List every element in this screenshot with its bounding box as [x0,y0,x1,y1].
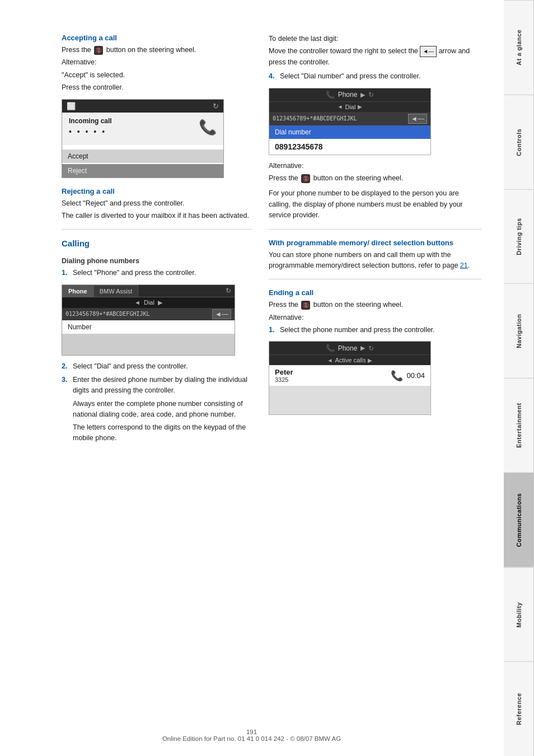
main-content: Accepting a call Press the 📵 button on t… [0,0,504,756]
dial-label: Dial [144,299,154,306]
right-divider2 [269,279,481,279]
sidebar-tab-entertainment[interactable]: Entertainment [504,378,534,473]
ending-step1-num: 1. [269,325,277,335]
acs-header-label: Phone [338,344,358,352]
keypad-text: 0123456789+*#ABCDEFGHIJKL [65,311,210,317]
dial-back-btn[interactable]: ◄— [408,114,427,124]
page-footer: 191 Online Edition for Part no. 01 41 0 … [0,729,503,742]
ending-step1-text: Select the phone number and press the co… [280,325,435,335]
dial-screen-refresh: ↻ [368,91,374,99]
dial-number-value: 08912345678 [269,139,430,155]
acs-sub: ◄ Active calls ▶ [269,354,430,365]
dial-sub-left: ◄ [338,104,343,110]
sidebar-tab-at-a-glance[interactable]: At a glance [504,0,534,95]
incoming-phone-icon: 📞 [199,119,217,136]
delete-tip-block: To delete the last digit: Move the contr… [269,34,481,68]
step3-text: Enter the desired phone number by dialin… [73,376,247,394]
step1-item: 1. Select "Phone" and press the controll… [62,268,252,278]
dial-left-arrow: ◄ [134,299,140,306]
step2-num: 2. [62,361,69,372]
sidebar-tab-mobility[interactable]: Mobility [504,567,534,662]
active-call-screen: 📞 Phone ▶ ↻ ◄ Active calls ▶ Peter 3325 … [269,341,431,415]
dial-right-arrow: ▶ [158,299,162,306]
dial-screen-header: 📞 Phone ▶ ↻ [269,88,430,101]
keypad-back-arrow: ◄— [212,309,231,319]
dial-number-option[interactable]: Dial number [269,125,430,139]
reject-option[interactable]: Reject [62,164,223,178]
calling-title: Calling [62,239,252,248]
phone-display-text: For your phone number to be displayed to… [269,188,481,221]
programmable-text: You can store phone numbers on and call … [269,250,481,272]
accepting-call-title: Accepting a call [62,34,252,42]
acs-phone-icon: 📞 [326,344,335,352]
right-column: To delete the last digit: Move the contr… [269,34,481,734]
caller-name: Peter [275,368,293,376]
accepting-alternative-label: Alternative: [62,57,252,68]
number-row: Number [62,320,235,334]
screen-refresh-icon: ↻ [226,287,231,295]
footer-text: Online Edition for Part no. 01 41 0 014 … [162,735,341,742]
active-call-row: Peter 3325 📞 00:04 [269,365,430,386]
delete-tip-text: Move the controller toward the right to … [269,46,481,68]
step4-num: 4. [269,71,277,82]
call-duration: 00:04 [406,371,425,380]
rejecting-text2: The caller is diverted to your mailbox i… [62,211,252,221]
bmw-assist-tab[interactable]: BMW Assist [93,285,139,297]
number-empty-area [62,334,235,355]
rejecting-call-title: Rejecting a call [62,187,252,195]
dial-keypad: 0123456789+*#ABCDEFGHIJKL ◄— [269,112,430,125]
programmable-title: With programmable memory/ direct selecti… [269,239,481,247]
dial-row: ◄ Dial ▶ [62,297,235,308]
step4-item: 4. Select "Dial number" and press the co… [269,71,481,82]
step1-text: Select "Phone" and press the controller. [73,268,196,278]
accepting-alt-text1: "Accept" is selected. [62,70,252,81]
incoming-screen-body: Incoming call • • • • • 📞 [62,113,223,145]
acs-header: 📞 Phone ▶ ↻ [269,342,430,354]
end-phone-btn-icon: 📵 [301,301,310,310]
step4-text: Select "Dial number" and press the contr… [280,71,420,82]
acs-sub-left: ◄ [327,357,333,363]
right-alt-label: Alternative: [269,161,481,171]
right-divider [269,229,481,230]
step3c-text: The letters correspond to the digits on … [73,422,252,444]
left-column: Accepting a call Press the 📵 button on t… [62,34,252,734]
sidebar-tab-driving-tips[interactable]: Driving tips [504,189,534,284]
sidebar-tab-reference[interactable]: Reference [504,661,534,756]
dial-screen-sub: ◄ Dial ▶ [269,101,430,112]
page-ref-21: 21 [460,262,468,269]
ending-step1: 1. Select the phone number and press the… [269,325,481,335]
dial-screen: 📞 Phone ▶ ↻ ◄ Dial ▶ 0123456789+*#ABCDEF… [269,88,431,155]
step2-text: Select "Dial" and press the controller. [73,361,188,372]
acs-sub-right: ▶ [368,357,372,363]
active-call-phone-icon: 📞 [391,370,403,382]
step3-item: 3. Enter the desired phone number by dia… [62,375,252,445]
acs-empty-area [269,386,430,414]
dial-keypad-text: 0123456789+*#ABCDEFGHIJKL [273,115,406,122]
page-number: 191 [246,729,257,735]
incoming-screen-header: ⬜ ↻ [62,100,223,113]
accepting-alt-text2: Press the controller. [62,82,252,93]
caller-number: 3325 [275,376,293,383]
ending-call-text: Press the 📵 button on the steering wheel… [269,300,481,310]
step3b-text: Always enter the complete phone number c… [73,399,252,421]
acs-right-arrow: ▶ [360,344,365,352]
phone-tab[interactable]: Phone [62,285,93,297]
dialing-subtitle: Dialing phone numbers [62,257,252,265]
accept-option[interactable]: Accept [62,150,223,163]
acs-refresh: ↻ [368,344,374,352]
ending-call-title: Ending a call [269,288,481,297]
sidebar-tab-controls[interactable]: Controls [504,95,534,189]
phone-bmw-screen: Phone BMW Assist ↻ ◄ Dial ▶ 0123456789+*… [62,284,235,356]
right-alt-press: Press the 📵 button on the steering wheel… [269,173,481,184]
dial-screen-right-arrow: ▶ [360,91,365,99]
sidebar-tab-navigation[interactable]: Navigation [504,283,534,378]
sidebar-tab-communications[interactable]: Communications [504,473,534,567]
rejecting-text1: Select "Reject" and press the controller… [62,198,252,209]
call-time-area: 📞 00:04 [391,370,425,382]
step3-num: 3. [62,375,69,445]
phone-tab-row: Phone BMW Assist ↻ [62,285,235,297]
dial-sub-label: Dial [345,104,355,110]
incoming-call-screen: ⬜ ↻ Incoming call • • • • • 📞 Accept Rej… [62,99,224,178]
right-phone-btn-icon: 📵 [301,174,310,183]
delete-tip-title: To delete the last digit: [269,34,481,44]
